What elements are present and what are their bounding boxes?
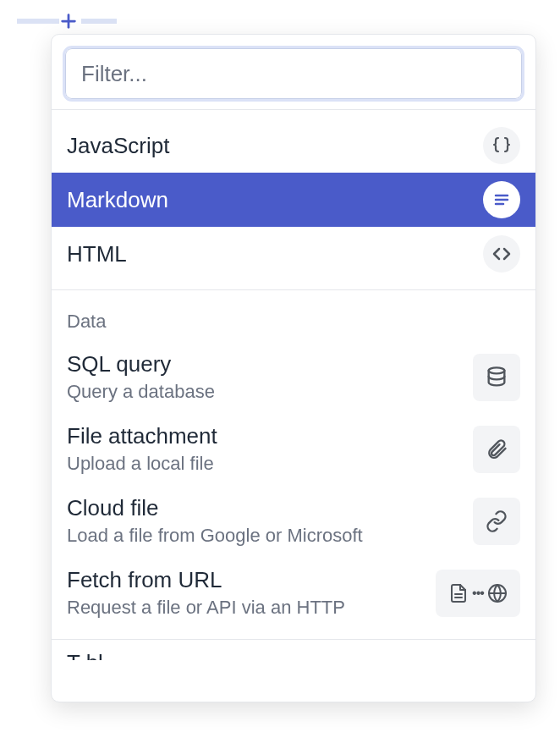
option-desc: Load a file from Google or Microsoft: [67, 525, 363, 547]
fetch-combo-icon: •••: [436, 570, 520, 617]
option-text: SQL query Query a database: [67, 351, 215, 403]
cutoff-text: T bl: [67, 650, 103, 660]
option-desc: Request a file or API via an HTTP: [67, 597, 345, 619]
globe-icon: [487, 583, 508, 603]
option-label: JavaScript: [67, 133, 169, 159]
option-text: Cloud file Load a file from Google or Mi…: [67, 495, 363, 547]
document-icon: [448, 583, 469, 603]
svg-point-5: [489, 367, 505, 373]
filter-wrapper: [52, 35, 535, 109]
code-brackets-icon: [483, 235, 520, 273]
option-file-attachment[interactable]: File attachment Upload a local file: [52, 413, 535, 485]
option-javascript[interactable]: JavaScript: [52, 118, 535, 173]
divider-left: [17, 19, 59, 24]
option-title: SQL query: [67, 351, 215, 377]
dots-icon: •••: [472, 586, 484, 601]
dropdown-scroll: JavaScript Markdown HTML Data: [52, 110, 535, 702]
option-label: HTML: [67, 241, 127, 267]
section-header-data: Data: [52, 290, 535, 341]
option-desc: Upload a local file: [67, 453, 217, 475]
cell-type-dropdown: JavaScript Markdown HTML Data: [51, 34, 536, 702]
divider-right: [81, 19, 117, 24]
link-icon: [473, 498, 520, 545]
option-html[interactable]: HTML: [52, 227, 535, 281]
filter-input[interactable]: [65, 48, 522, 99]
option-text: Fetch from URL Request a file or API via…: [67, 567, 345, 619]
braces-icon: [483, 127, 520, 164]
option-sql-query[interactable]: SQL query Query a database: [52, 341, 535, 413]
option-title: Cloud file: [67, 495, 363, 521]
top-group: JavaScript Markdown HTML: [52, 110, 535, 289]
option-text: File attachment Upload a local file: [67, 423, 217, 475]
add-plus-icon[interactable]: [59, 12, 78, 30]
option-markdown[interactable]: Markdown: [52, 173, 535, 227]
option-title: Fetch from URL: [67, 567, 345, 593]
option-cloud-file[interactable]: Cloud file Load a file from Google or Mi…: [52, 485, 535, 557]
option-label: Markdown: [67, 187, 168, 213]
text-lines-icon: [483, 181, 520, 218]
option-fetch-url[interactable]: Fetch from URL Request a file or API via…: [52, 557, 535, 629]
paperclip-icon: [473, 426, 520, 473]
option-desc: Query a database: [67, 381, 215, 403]
cutoff-row: T bl: [52, 640, 535, 660]
database-icon: [473, 354, 520, 401]
option-title: File attachment: [67, 423, 217, 449]
